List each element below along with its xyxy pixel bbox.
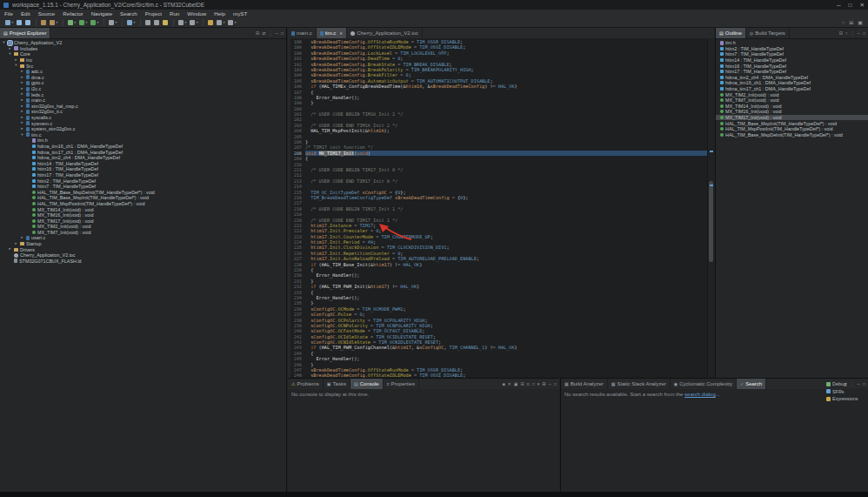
minimize-button[interactable]: ─ xyxy=(837,2,841,9)
last-edit-location-icon[interactable] xyxy=(203,19,215,26)
outline-item-htim17[interactable]: htim17 : TIM_HandleTypeDef xyxy=(716,69,868,75)
maximize-button[interactable]: □ xyxy=(849,2,852,9)
expand-arrow-icon[interactable]: ▸ xyxy=(8,247,12,252)
tab-project-explorer[interactable]: ▤Project Explorer xyxy=(0,28,50,38)
expand-arrow-icon[interactable]: ▸ xyxy=(20,110,24,114)
tree-item-cherry-application-v2-ioc[interactable]: Cherry_Application_V2.ioc xyxy=(0,252,286,259)
expand-arrow-icon[interactable]: ▸ xyxy=(20,236,24,240)
toggle-mark-occurrences-icon[interactable] xyxy=(161,19,170,26)
previous-annotation-icon[interactable]: ▾ xyxy=(188,19,199,26)
menu-help[interactable]: Help xyxy=(214,10,225,17)
outline-item-mx-tim2-init-void[interactable]: MX_TIM2_Init(void) : void xyxy=(716,91,868,97)
tab-outline[interactable]: ▤Outline xyxy=(716,28,746,38)
code-editor[interactable]: 188 sBreakDeadTimeConfig.OffStateRunMode… xyxy=(288,38,714,378)
next-annotation-icon[interactable]: ▾ xyxy=(173,19,188,26)
menu-source[interactable]: Source xyxy=(38,10,56,17)
expand-arrow-icon[interactable]: ▾ xyxy=(20,133,24,138)
terminate-icon[interactable]: ■ xyxy=(503,382,505,386)
new-cpp-class-icon[interactable]: ▾ xyxy=(122,19,137,26)
new-wizard-icon[interactable]: ▾ xyxy=(3,19,15,26)
outline-item-hdma-tim16-ch1[interactable]: hdma_tim16_ch1 : DMA_HandleTypeDef xyxy=(716,80,868,86)
tree-item-cherry-application-v2[interactable]: ▾Cherry_Application_V2 xyxy=(0,40,286,46)
display-console-icon[interactable]: ▾ xyxy=(537,382,540,386)
collapse-all-icon[interactable]: ⊟ xyxy=(256,31,259,36)
tab-problems[interactable]: ⚠Problems xyxy=(288,379,324,389)
outline-item-mx-tim16-init-void[interactable]: MX_TIM16_Init(void) : void xyxy=(716,109,868,115)
expand-arrow-icon[interactable]: ▸ xyxy=(14,242,18,246)
expressions-view-button[interactable]: Expressions xyxy=(826,395,866,403)
back-icon[interactable]: ▾ xyxy=(215,19,226,26)
debug-view-button[interactable]: Debug xyxy=(826,380,866,388)
expand-arrow-icon[interactable]: ▸ xyxy=(20,104,24,109)
tree-item-hdma-tim17-ch1[interactable]: hdma_tim17_ch1 : DMA_HandleTypeDef xyxy=(0,149,286,155)
scrollbar-thumb[interactable] xyxy=(709,181,713,263)
word-wrap-icon[interactable]: ≡ xyxy=(527,382,530,386)
build-icon[interactable]: ▾ xyxy=(48,19,59,26)
menu-refactor[interactable]: Refactor xyxy=(63,10,83,17)
minimize-view-icon[interactable]: ─ xyxy=(857,31,860,36)
profile-icon[interactable]: ▾ xyxy=(89,19,100,26)
expand-arrow-icon[interactable]: ▸ xyxy=(20,121,24,125)
tree-item-hal-tim-msppostinit-tim-handletypedef[interactable]: HAL_TIM_MspPostInit(TIM_HandleTypeDef*) … xyxy=(0,201,286,207)
menu-edit[interactable]: Edit xyxy=(21,10,30,17)
maximize-view-icon[interactable]: □ xyxy=(554,382,557,386)
outline-item-hdma-tim2-ch4[interactable]: hdma_tim2_ch4 : DMA_HandleTypeDef xyxy=(716,75,868,81)
tree-item-src[interactable]: ▾Src xyxy=(0,63,286,69)
menu-window[interactable]: Window xyxy=(187,10,206,17)
tab-main-c[interactable]: main.c xyxy=(288,28,317,38)
tree-item-mx-tim17-init-void[interactable]: MX_TIM17_Init(void) : void xyxy=(0,218,286,224)
maximize-view-icon[interactable]: □ xyxy=(863,31,865,36)
menu-search[interactable]: Search xyxy=(120,10,137,17)
tree-item-sysmem-c[interactable]: ▸sysmem.c xyxy=(0,120,286,126)
tree-item-htim2[interactable]: htim2 : TIM_HandleTypeDef xyxy=(0,178,286,184)
sfrs-view-button[interactable]: SFRs xyxy=(826,388,866,396)
scroll-lock-icon[interactable]: ⊟ xyxy=(521,382,524,386)
tree-item-adc-c[interactable]: ▸adc.c xyxy=(0,69,286,75)
tree-item-stm32g0xx-hal-msp-c[interactable]: ▸stm32g0xx_hal_msp.c xyxy=(0,104,286,110)
clear-console-icon[interactable]: ▣ xyxy=(514,382,518,386)
close-button[interactable]: ✕ xyxy=(860,2,865,9)
view-menu-icon[interactable]: ⋮ xyxy=(268,31,272,36)
minimize-view-icon[interactable]: ─ xyxy=(275,31,278,36)
expand-arrow-icon[interactable]: ▸ xyxy=(20,81,24,85)
expand-arrow-icon[interactable]: ▸ xyxy=(20,87,24,91)
save-icon[interactable] xyxy=(15,19,23,26)
expand-arrow-icon[interactable]: ▸ xyxy=(20,92,24,97)
debug-icon[interactable]: ▾ xyxy=(63,19,77,26)
tab-console[interactable]: ▤Console xyxy=(351,379,384,389)
cpp-perspective-icon[interactable]: ▣ xyxy=(858,20,863,25)
expand-arrow-icon[interactable]: ▾ xyxy=(14,64,18,68)
run-icon[interactable]: ▾ xyxy=(77,19,89,26)
tree-item-system-stm32g0xx-c[interactable]: ▸system_stm32g0xx.c xyxy=(0,126,286,132)
maximize-view-icon[interactable]: □ xyxy=(281,31,284,36)
open-perspective-icon[interactable]: ⊞ xyxy=(849,20,853,25)
outline-item-tim-h[interactable]: tim.h xyxy=(716,40,868,46)
tab-search[interactable]: ✓Search xyxy=(737,379,766,389)
external-tools-icon[interactable]: ▾ xyxy=(103,19,118,26)
collapse-all-icon[interactable]: ⊟ xyxy=(839,31,843,36)
tree-item-main-c[interactable]: ▸main.c xyxy=(0,97,286,104)
tree-item-mx-tim2-init-void[interactable]: MX_TIM2_Init(void) : void xyxy=(0,224,286,230)
menu-file[interactable]: File xyxy=(4,10,13,17)
menu-project[interactable]: Project xyxy=(145,10,162,17)
tree-item-hdma-tim16-ch1[interactable]: hdma_tim16_ch1 : DMA_HandleTypeDef xyxy=(0,144,286,150)
tree-item-core[interactable]: ▾Core xyxy=(0,51,286,57)
outline-item-hal-tim-msppostinit-tim-handletypedef[interactable]: HAL_TIM_MspPostInit(TIM_HandleTypeDef*) … xyxy=(716,126,868,132)
pin-console-icon[interactable]: □ xyxy=(532,382,535,386)
tree-item-hdma-tim2-ch4[interactable]: hdma_tim2_ch4 : DMA_HandleTypeDef xyxy=(0,155,286,161)
tree-item-htim17[interactable]: htim17 : TIM_HandleTypeDef xyxy=(0,172,286,178)
expand-arrow-icon[interactable]: ▸ xyxy=(20,76,24,80)
expand-arrow-icon[interactable]: ▸ xyxy=(14,58,18,63)
tree-item-htim7[interactable]: htim7 : TIM_HandleTypeDef xyxy=(0,184,286,190)
remove-launch-icon[interactable]: ✕ xyxy=(508,382,511,386)
tree-item-gpio-c[interactable]: ▸gpio.c xyxy=(0,80,286,86)
tab-cyclomatic-complexity[interactable]: ◉Cyclomatic Complexity xyxy=(671,379,737,389)
expand-arrow-icon[interactable]: ▸ xyxy=(20,70,24,74)
close-tab-icon[interactable]: ✕ xyxy=(339,31,343,36)
outline-item-hdma-tim17-ch1[interactable]: hdma_tim17_ch1 : DMA_HandleTypeDef xyxy=(716,86,868,92)
tree-item-i2c-c[interactable]: ▸i2c.c xyxy=(0,86,286,92)
tree-item-tim-h[interactable]: tim.h xyxy=(0,138,286,144)
link-with-editor-icon[interactable]: ⇄ xyxy=(262,31,265,36)
outline-item-hal-tim-base-mspinit-tim-handletypedef[interactable]: HAL_TIM_Base_MspInit(TIM_HandleTypeDef*)… xyxy=(716,120,868,126)
tree-item-htim16[interactable]: htim16 : TIM_HandleTypeDef xyxy=(0,166,286,172)
